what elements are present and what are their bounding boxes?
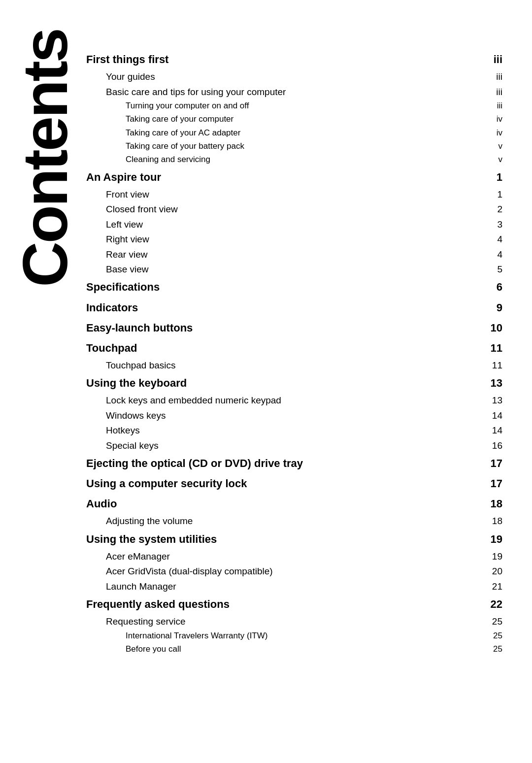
toc-label: Hotkeys xyxy=(86,423,472,437)
toc-page-number: iv xyxy=(457,113,502,126)
toc-page-number: 14 xyxy=(472,423,502,437)
toc-item: Taking care of your battery packv xyxy=(86,140,502,153)
toc-item: Before you call25 xyxy=(86,643,502,656)
toc-item: Frequently asked questions22 xyxy=(86,594,502,614)
page-container: Contents First things firstiiiYour guide… xyxy=(0,0,532,763)
toc-item: Lock keys and embedded numeric keypad13 xyxy=(86,393,502,407)
toc-label: Basic care and tips for using your compu… xyxy=(86,85,476,99)
toc-label: Ejecting the optical (CD or DVD) drive t… xyxy=(86,453,488,473)
toc-page-number: 21 xyxy=(472,579,502,594)
toc-label: Indicators xyxy=(86,298,488,317)
toc-label: Using a computer security lock xyxy=(86,473,488,493)
toc-page-number: 19 xyxy=(472,549,502,564)
toc-label: Left view xyxy=(86,217,477,232)
toc-item: Special keys16 xyxy=(86,438,502,453)
toc-label: An Aspire tour xyxy=(86,167,488,187)
toc-label: Acer GridVista (dual-display compatible) xyxy=(86,564,472,578)
toc-item: Adjusting the volume18 xyxy=(86,514,502,528)
toc-label: International Travelers Warranty (ITW) xyxy=(86,630,454,642)
toc-item: Taking care of your AC adapteriv xyxy=(86,127,502,139)
toc-page-number: 10 xyxy=(488,318,502,337)
toc-item: Hotkeys14 xyxy=(86,423,502,437)
toc-page-number: 18 xyxy=(488,494,502,513)
toc-label: Lock keys and embedded numeric keypad xyxy=(86,393,472,407)
toc-item: Requesting service25 xyxy=(86,614,502,629)
toc-page-number: iii xyxy=(488,49,502,69)
toc-label: Closed front view xyxy=(86,202,477,216)
toc-label: Acer eManager xyxy=(86,549,472,564)
toc-label: First things first xyxy=(86,49,488,69)
toc-page-number: iv xyxy=(457,127,502,139)
toc-label: Using the system utilities xyxy=(86,529,488,549)
toc-item: Touchpad basics11 xyxy=(86,358,502,372)
toc-page-number: 3 xyxy=(477,217,502,232)
toc-page-number: 16 xyxy=(472,438,502,453)
toc-page-number: 11 xyxy=(472,358,502,372)
toc-page-number: iii xyxy=(476,69,502,84)
toc-item: Specifications6 xyxy=(86,277,502,297)
toc-page-number: 13 xyxy=(472,393,502,407)
toc-label: Front view xyxy=(86,187,477,201)
toc-page-number: 4 xyxy=(477,232,502,246)
toc-item: Indicators9 xyxy=(86,298,502,317)
toc-item: Your guidesiii xyxy=(86,69,502,84)
toc-item: Windows keys14 xyxy=(86,408,502,423)
toc-label: Base view xyxy=(86,262,477,276)
toc-item: Using a computer security lock17 xyxy=(86,473,502,493)
toc-content: First things firstiiiYour guidesiiiBasic… xyxy=(86,39,502,656)
toc-item: Left view3 xyxy=(86,217,502,232)
toc-list: First things firstiiiYour guidesiiiBasic… xyxy=(86,49,502,656)
toc-label: Touchpad basics xyxy=(86,358,472,372)
toc-label: Turning your computer on and off xyxy=(86,100,458,112)
toc-label: Requesting service xyxy=(86,614,472,629)
vertical-title: Contents xyxy=(14,30,77,287)
toc-page-number: 9 xyxy=(488,298,502,317)
toc-item: Rear view4 xyxy=(86,247,502,262)
toc-label: Cleaning and servicing xyxy=(86,153,459,166)
toc-item: First things firstiii xyxy=(86,49,502,69)
toc-page-number: 17 xyxy=(488,473,502,493)
toc-label: Using the keyboard xyxy=(86,373,488,393)
toc-label: Frequently asked questions xyxy=(86,594,488,614)
toc-item: Base view5 xyxy=(86,262,502,276)
toc-label: Taking care of your battery pack xyxy=(86,140,459,153)
toc-page-number: 25 xyxy=(454,630,502,642)
toc-item: Basic care and tips for using your compu… xyxy=(86,85,502,99)
toc-page-number: v xyxy=(459,140,503,153)
toc-item: Front view1 xyxy=(86,187,502,201)
toc-page-number: 4 xyxy=(477,247,502,262)
toc-label: Adjusting the volume xyxy=(86,514,472,528)
toc-item: Taking care of your computeriv xyxy=(86,113,502,126)
toc-item: Acer GridVista (dual-display compatible)… xyxy=(86,564,502,578)
toc-page-number: 1 xyxy=(488,167,502,187)
toc-label: Windows keys xyxy=(86,408,472,423)
toc-item: Using the system utilities19 xyxy=(86,529,502,549)
toc-item: Using the keyboard13 xyxy=(86,373,502,393)
toc-label: Touchpad xyxy=(86,338,488,358)
toc-page-number: 14 xyxy=(472,408,502,423)
toc-label: Launch Manager xyxy=(86,579,472,594)
toc-item: Cleaning and servicingv xyxy=(86,153,502,166)
toc-label: Before you call xyxy=(86,643,454,656)
toc-item: Touchpad11 xyxy=(86,338,502,358)
toc-page-number: 11 xyxy=(488,338,502,358)
toc-label: Taking care of your computer xyxy=(86,113,457,126)
toc-label: Easy-launch buttons xyxy=(86,318,488,337)
toc-page-number: 25 xyxy=(454,643,502,656)
toc-item: An Aspire tour1 xyxy=(86,167,502,187)
toc-page-number: 13 xyxy=(488,373,502,393)
toc-page-number: 20 xyxy=(472,564,502,578)
toc-label: Taking care of your AC adapter xyxy=(86,127,457,139)
toc-page-number: 22 xyxy=(488,594,502,614)
toc-item: International Travelers Warranty (ITW)25 xyxy=(86,630,502,642)
toc-page-number: 2 xyxy=(477,202,502,216)
toc-item: Turning your computer on and offiii xyxy=(86,100,502,112)
toc-item: Right view4 xyxy=(86,232,502,246)
toc-page-number: 17 xyxy=(488,453,502,473)
toc-item: Audio18 xyxy=(86,494,502,513)
toc-label: Specifications xyxy=(86,277,488,297)
toc-page-number: 1 xyxy=(477,187,502,201)
toc-page-number: 19 xyxy=(488,529,502,549)
toc-page-number: iii xyxy=(458,100,502,112)
toc-label: Rear view xyxy=(86,247,477,262)
